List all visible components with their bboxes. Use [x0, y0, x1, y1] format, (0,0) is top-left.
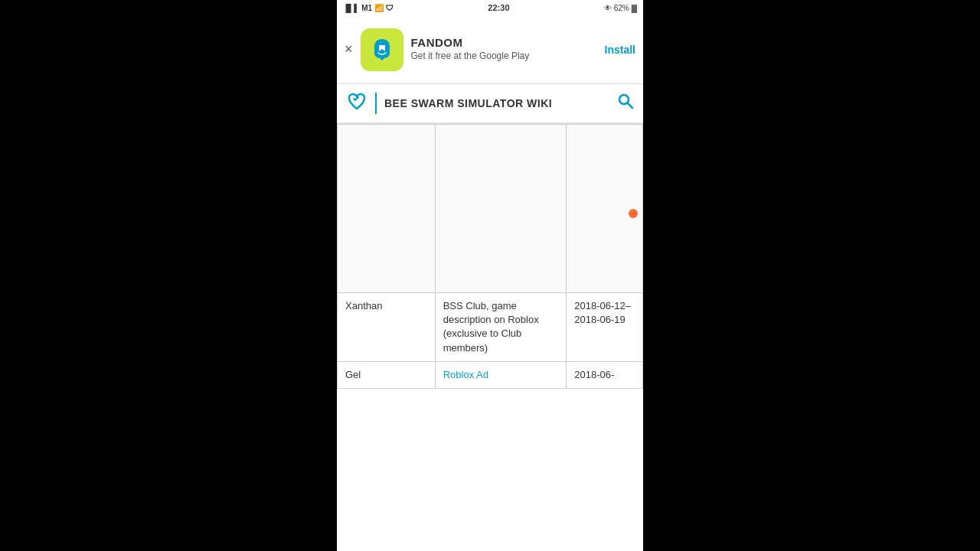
battery-label: 62%	[614, 4, 629, 12]
header-divider	[375, 93, 377, 114]
wiki-table: Xanthan BSS Club, game description on Ro…	[337, 124, 643, 389]
search-icon	[617, 93, 634, 109]
table-cell-date: 2018-06-12–2018-06-19	[567, 293, 643, 362]
fandom-heart-icon	[346, 90, 368, 112]
ad-app-title: FANDOM	[411, 36, 597, 49]
wiki-logo-icon	[346, 90, 368, 116]
ad-text-block: FANDOM Get it free at the Google Play	[411, 36, 597, 63]
ad-app-subtitle: Get it free at the Google Play	[411, 51, 597, 63]
status-left: ▐▌▌ M1 📶 🛡	[343, 4, 394, 12]
status-bar: ▐▌▌ M1 📶 🛡 22:30 👁 62% ▓	[337, 0, 643, 15]
carrier-label: M1	[361, 4, 372, 12]
table-container: Xanthan BSS Club, game description on Ro…	[337, 124, 643, 551]
table-cell-description: Roblox Ad	[435, 361, 567, 388]
close-button[interactable]: ×	[345, 41, 353, 57]
table-row	[338, 125, 643, 293]
svg-line-1	[628, 103, 633, 109]
roblox-ad-link[interactable]: Roblox Ad	[443, 369, 488, 380]
table-row: Gel Roblox Ad 2018-06-	[338, 361, 643, 388]
ad-banner: × FANDOM Get it free at the Google Play …	[337, 15, 643, 84]
table-cell	[338, 125, 436, 293]
install-button[interactable]: Install	[605, 44, 635, 56]
table-cell-name: Gel	[338, 361, 436, 388]
wifi-icon: 📶	[374, 4, 384, 12]
ad-app-icon	[361, 28, 403, 71]
eye-icon: 👁	[604, 4, 612, 12]
clock: 22:30	[488, 3, 509, 12]
wiki-title: BEE SWARM SIMULATOR WIKI	[384, 97, 617, 109]
table-cell-name: Xanthan	[338, 293, 436, 362]
fandom-logo-icon	[368, 36, 396, 64]
table-cell-date: 2018-06-	[567, 361, 643, 388]
table-cell	[567, 125, 643, 293]
table-cell-description: BSS Club, game description on Roblox (ex…	[435, 293, 567, 362]
phone-frame: ▐▌▌ M1 📶 🛡 22:30 👁 62% ▓ × FANDOM Get it…	[337, 0, 643, 551]
table-cell	[435, 125, 567, 293]
signal-icon: ▐▌▌	[343, 4, 359, 12]
battery-icon: ▓	[632, 4, 637, 12]
status-right: 👁 62% ▓	[604, 4, 637, 12]
scroll-dot	[629, 209, 638, 218]
shield-icon: 🛡	[386, 4, 394, 12]
wiki-header: BEE SWARM SIMULATOR WIKI	[337, 84, 643, 124]
table-row: Xanthan BSS Club, game description on Ro…	[338, 293, 643, 362]
search-button[interactable]	[617, 93, 634, 114]
